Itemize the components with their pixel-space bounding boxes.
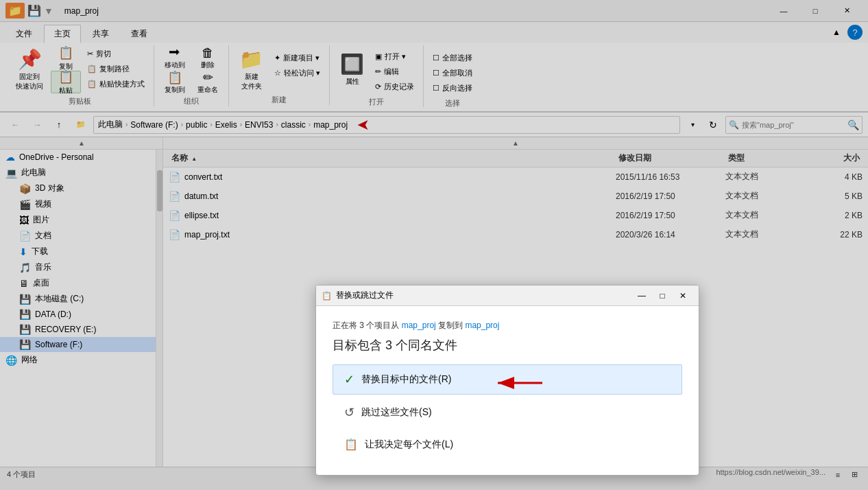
dialog-subtitle-mid: 复制到: [436, 320, 466, 330]
skip-icon: ↺: [344, 405, 354, 420]
replace-label: 替换目标中的文件(R): [361, 373, 451, 386]
dialog-option-replace[interactable]: ✓ 替换目标中的文件(R): [333, 364, 682, 395]
decide-icon: 📋: [344, 438, 358, 451]
dialog-controls: — □ ✕: [631, 287, 693, 305]
dialog-title-icon: 📋: [322, 291, 332, 301]
dialog-subtitle: 正在将 3 个项目从 map_proj 复制到 map_proj: [333, 320, 682, 331]
dialog-minimize-button[interactable]: —: [631, 287, 652, 305]
dialog-heading: 目标包含 3 个同名文件: [333, 337, 682, 353]
dialog-body: 正在将 3 个项目从 map_proj 复制到 map_proj 目标包含 3 …: [316, 306, 699, 475]
dialog-subtitle-pre: 正在将 3 个项目从: [333, 320, 402, 330]
dialog-close-button[interactable]: ✕: [673, 287, 693, 305]
skip-label: 跳过这些文件(S): [361, 406, 432, 419]
dialog-titlebar: 📋 替换或跳过文件 — □ ✕: [316, 285, 699, 306]
dialog-option-decide[interactable]: 📋 让我决定每个文件(L): [333, 430, 682, 458]
decide-label: 让我决定每个文件(L): [365, 439, 453, 451]
dialog-option-skip[interactable]: ↺ 跳过这些文件(S): [333, 397, 682, 428]
dialog-src-link[interactable]: map_proj: [402, 320, 436, 330]
dialog-titlebar-title: 替换或跳过文件: [336, 290, 627, 301]
dialog-dst-link[interactable]: map_proj: [465, 320, 499, 330]
replace-check-icon: ✓: [344, 372, 354, 387]
replace-dialog: 📋 替换或跳过文件 — □ ✕ 正在将 3 个项目从 map_proj 复制到 …: [315, 285, 699, 476]
dialog-overlay: 📋 替换或跳过文件 — □ ✕ 正在将 3 个项目从 map_proj 复制到 …: [0, 0, 868, 490]
dialog-maximize-button[interactable]: □: [652, 287, 673, 305]
